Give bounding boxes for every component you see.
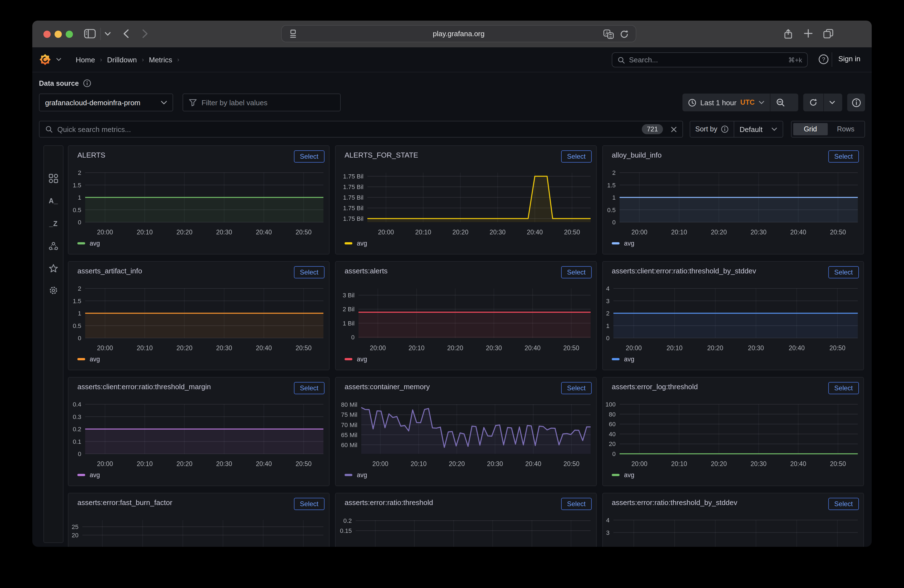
breadcrumb-drilldown[interactable]: Drilldown [107,55,137,64]
x-tick-label: 20:00 [378,229,394,236]
gear-icon[interactable] [49,286,58,295]
metric-panel: 10080604020020:0020:1020:2020:3020:4020:… [602,377,864,486]
select-button[interactable]: Select [294,382,324,394]
group-icon[interactable] [49,242,58,251]
global-search-input[interactable]: Search... ⌘+k [612,52,808,67]
panel-legend[interactable]: avg [612,472,634,478]
panel-info-button[interactable] [847,93,865,111]
chevron-down-icon[interactable] [105,32,111,36]
zoom-out-button[interactable] [770,93,790,111]
reload-icon[interactable] [620,30,629,39]
chevron-right-icon: › [177,56,179,63]
y-tick-label: 70 Mil [341,422,357,428]
select-button[interactable]: Select [828,382,859,394]
y-tick-label: 60 Mil [341,441,357,449]
legend-color-pill [345,474,352,476]
quick-search-input[interactable]: Quick search metrics... 721 [39,121,683,138]
translate-icon[interactable]: A [604,30,614,39]
metric-panel: 4320:0020:1020:2020:3020:4020:50asserts:… [602,493,864,547]
breadcrumb-metrics[interactable]: Metrics [149,55,172,64]
datasource-select[interactable]: grafanacloud-demoinfra-prom [39,93,173,111]
select-button[interactable]: Select [561,382,592,394]
chevron-right-icon: › [100,56,102,63]
minimize-button[interactable] [55,31,62,38]
sort-value-dropdown[interactable]: Default [734,122,783,137]
star-icon[interactable] [49,264,58,273]
new-tab-icon[interactable] [804,29,813,38]
panel-legend[interactable]: avg [612,356,634,362]
select-button[interactable]: Select [828,266,859,278]
close-button[interactable] [43,31,51,38]
select-button[interactable]: Select [561,498,592,510]
x-tick-label: 20:10 [411,460,427,468]
chevron-down-icon[interactable] [56,58,61,61]
y-tick-label: 80 Mil [341,401,357,408]
metric-panel: 1.75 Bil1.75 Bil1.75 Bil1.75 Bil1.75 Bil… [335,145,597,254]
y-tick-label: 1.75 Bil [343,173,363,180]
panel-legend[interactable]: avg [77,240,100,247]
panel-legend[interactable]: avg [612,240,634,247]
url-bar[interactable]: play.grafana.org A [281,25,636,42]
panel-legend[interactable]: avg [345,240,367,247]
panel-legend[interactable]: avg [77,356,100,362]
refresh-button[interactable] [803,93,823,111]
fullscreen-button[interactable] [66,31,73,38]
y-tick-label: 1 [78,310,81,317]
x-tick-label: 20:00 [626,345,642,352]
back-icon[interactable] [123,29,129,38]
sidebar-icon[interactable] [84,29,96,38]
label-filter-input[interactable]: Filter by label values [183,93,341,111]
y-tick-label: 0.5 [73,207,81,213]
y-tick-label: 1.75 Bil [343,205,363,212]
clear-icon[interactable] [671,126,677,132]
y-tick-label: 2 Bil [343,306,355,313]
grid-view-button[interactable]: Grid [793,123,827,135]
y-tick-label: 60 [609,420,616,428]
sign-in-button[interactable]: Sign in [838,55,861,63]
y-tick-label: 2 [612,169,616,176]
y-tick-label: 65 Mil [341,432,357,438]
metric-panel: 0.20.1520:0020:1020:2020:3020:4020:50ass… [335,493,597,547]
metric-panel: 21.510.5020:0020:1020:2020:3020:4020:50A… [68,145,330,254]
x-tick-label: 20:20 [447,345,463,352]
x-tick-label: 20:50 [830,229,846,236]
select-button[interactable]: Select [828,150,859,163]
prefix-filter-icon[interactable]: A_ [49,197,58,205]
panel-title: asserts:error:ratio:threshold_by_stddev [612,498,737,507]
panel-legend[interactable]: avg [77,472,100,478]
share-icon[interactable] [784,29,793,39]
suffix-filter-icon[interactable]: _Z [49,220,58,228]
panel-legend[interactable]: avg [345,356,367,362]
help-icon[interactable]: ? [818,54,829,65]
rows-view-button[interactable]: Rows [828,123,863,135]
x-tick-label: 20:10 [137,229,153,236]
panel-title: asserts:error:ratio:threshold [345,498,433,507]
tabs-icon[interactable] [823,29,833,38]
select-button[interactable]: Select [294,266,324,278]
select-button[interactable]: Select [561,266,592,278]
x-tick-label: 20:40 [527,229,543,236]
panel-legend[interactable]: avg [345,472,367,478]
legend-label: avg [624,240,634,247]
legend-label: avg [624,356,634,362]
time-range-button[interactable]: Last 1 hour UTC [683,93,770,111]
forward-icon[interactable] [142,29,148,38]
refresh-interval-dropdown[interactable] [824,93,841,111]
x-tick-label: 20:20 [707,345,723,352]
legend-color-pill [612,474,620,476]
info-icon[interactable] [721,125,729,133]
select-button[interactable]: Select [294,150,324,163]
breadcrumb-home[interactable]: Home [76,55,95,64]
select-button[interactable]: Select [294,498,324,510]
legend-label: avg [90,356,100,362]
select-button[interactable]: Select [561,150,592,163]
x-tick-label: 20:30 [751,229,767,236]
y-tick-label: 0.2 [343,517,352,524]
time-range-label: Last 1 hour [700,98,736,107]
x-tick-label: 20:30 [751,460,767,468]
apps-icon[interactable] [49,174,58,183]
legend-color-pill [612,358,620,360]
info-icon[interactable] [83,79,91,87]
select-button[interactable]: Select [828,498,859,510]
grafana-logo[interactable] [39,54,51,66]
